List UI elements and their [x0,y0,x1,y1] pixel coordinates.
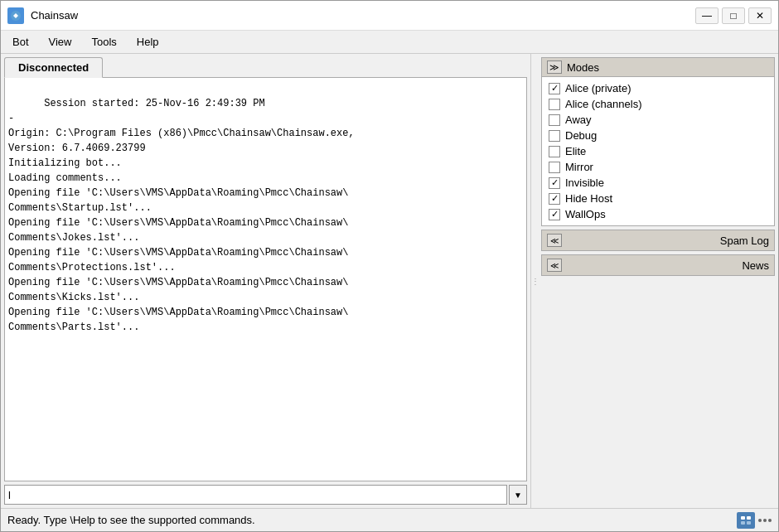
list-item: Invisible [549,177,767,189]
away-label: Away [565,114,592,126]
drag-dots: ⋮ [531,277,538,286]
close-button[interactable]: ✕ [748,7,772,24]
status-right [737,512,772,529]
hide-host-checkbox[interactable] [549,193,560,205]
elite-checkbox[interactable] [549,146,560,157]
list-item: Elite [549,145,767,157]
command-input[interactable] [4,485,507,505]
status-text: Ready. Type \Help to see the supported c… [7,514,255,526]
list-item: Hide Host [549,192,767,205]
menu-tools[interactable]: Tools [83,33,124,51]
hide-host-label: Hide Host [565,192,612,205]
svg-rect-1 [741,516,745,520]
modes-box: ≫ Modes Alice (private) Alice (channels)… [541,57,775,226]
alice-channels-checkbox[interactable] [549,99,560,110]
dot-3 [768,519,772,522]
status-network-icon [737,512,755,529]
alice-private-label: Alice (private) [565,82,631,94]
menu-help[interactable]: Help [128,33,167,51]
alice-channels-label: Alice (channels) [565,98,642,110]
invisible-label: Invisible [565,177,604,189]
status-dots [758,519,772,522]
input-row: ▼ [4,485,527,505]
app-icon [7,7,24,24]
list-item: Alice (private) [549,82,767,94]
dot-2 [763,519,767,522]
tab-bar: Disconnected [4,57,527,78]
debug-checkbox[interactable] [549,130,560,142]
mirror-checkbox[interactable] [549,162,560,173]
right-panel: ≫ Modes Alice (private) Alice (channels)… [538,54,778,508]
list-item: Debug [549,129,767,142]
list-item: Alice (channels) [549,98,767,110]
left-panel: Disconnected Session started: 25-Nov-16 … [1,54,531,508]
mirror-label: Mirror [565,161,593,173]
title-bar: Chainsaw — □ ✕ [1,1,778,31]
menu-bot[interactable]: Bot [4,33,37,51]
wallops-label: WallOps [565,208,606,220]
news-button[interactable]: ≪ News [541,254,775,276]
status-bar: Ready. Type \Help to see the supported c… [1,508,778,531]
log-area: Session started: 25-Nov-16 2:49:39 PM - … [4,77,527,481]
alice-private-checkbox[interactable] [549,83,560,94]
modes-title: Modes [567,61,599,74]
svg-rect-2 [747,516,751,520]
modes-collapse-button[interactable]: ≫ [547,60,562,74]
spam-log-label: Spam Log [567,235,769,247]
maximize-button[interactable]: □ [722,7,745,24]
title-bar-left: Chainsaw [7,7,78,24]
invisible-checkbox[interactable] [549,177,560,189]
menu-bar: Bot View Tools Help [1,31,778,54]
elite-label: Elite [565,145,586,157]
minimize-button[interactable]: — [695,7,719,24]
log-content: Session started: 25-Nov-16 2:49:39 PM - … [8,98,355,333]
list-item: Mirror [549,161,767,173]
window-controls: — □ ✕ [695,7,772,24]
menu-view[interactable]: View [41,33,80,51]
input-dropdown-button[interactable]: ▼ [509,485,527,505]
spam-log-button[interactable]: ≪ Spam Log [541,230,775,251]
dot-1 [758,519,762,522]
modes-header: ≫ Modes [542,58,774,77]
news-label: News [567,259,769,272]
wallops-checkbox[interactable] [549,209,560,220]
news-collapse-icon: ≪ [547,259,562,272]
resize-handle[interactable]: ⋮ [531,54,538,508]
svg-rect-3 [741,521,745,525]
modes-list: Alice (private) Alice (channels) Away De… [542,77,774,225]
main-content: Disconnected Session started: 25-Nov-16 … [1,54,778,508]
away-checkbox[interactable] [549,114,560,126]
debug-label: Debug [565,129,597,142]
list-item: Away [549,114,767,126]
collapse-icon: ≫ [549,62,559,73]
list-item: WallOps [549,208,767,220]
spam-log-collapse-icon: ≪ [547,234,562,247]
disconnected-tab[interactable]: Disconnected [4,57,103,78]
svg-rect-4 [747,521,751,525]
app-title: Chainsaw [31,9,78,22]
